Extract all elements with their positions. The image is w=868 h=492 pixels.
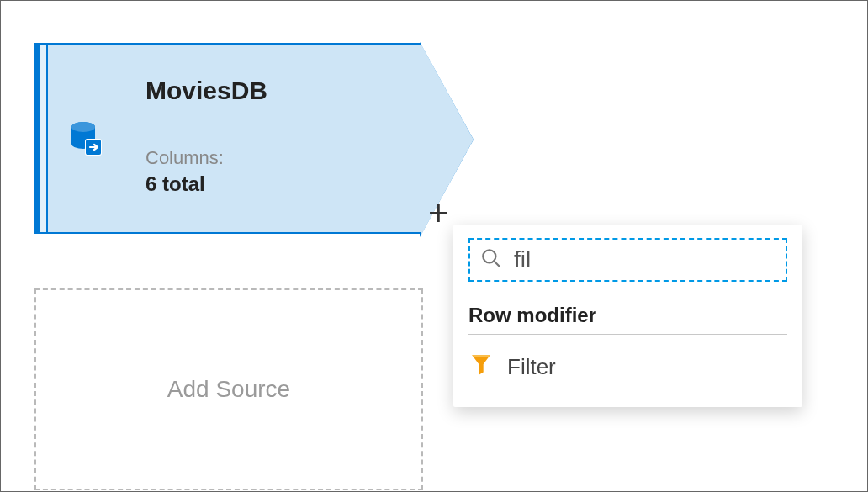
funnel-icon <box>470 353 492 380</box>
dropdown-section-header: Row modifier <box>468 304 787 335</box>
add-source-label: Add Source <box>167 376 290 403</box>
transform-dropdown: Row modifier Filter <box>453 225 802 407</box>
svg-point-1 <box>71 122 95 132</box>
source-node-body: MoviesDB Columns: 6 total <box>125 43 421 234</box>
dropdown-item-label: Filter <box>507 354 556 380</box>
source-node[interactable]: MoviesDB Columns: 6 total <box>34 43 421 234</box>
database-arrow-icon <box>68 120 105 157</box>
source-title: MoviesDB <box>146 77 401 105</box>
dropdown-item-filter[interactable]: Filter <box>468 348 787 385</box>
add-source-button[interactable]: Add Source <box>34 288 423 490</box>
search-input[interactable] <box>514 246 775 273</box>
source-columns-label: Columns: <box>146 147 401 169</box>
source-node-icon-column <box>46 43 125 234</box>
search-box[interactable] <box>468 238 787 282</box>
source-columns-value: 6 total <box>146 172 401 196</box>
source-node-gap <box>40 43 46 234</box>
svg-line-5 <box>494 261 500 267</box>
search-icon <box>480 247 502 272</box>
add-step-button[interactable]: + <box>428 196 449 231</box>
